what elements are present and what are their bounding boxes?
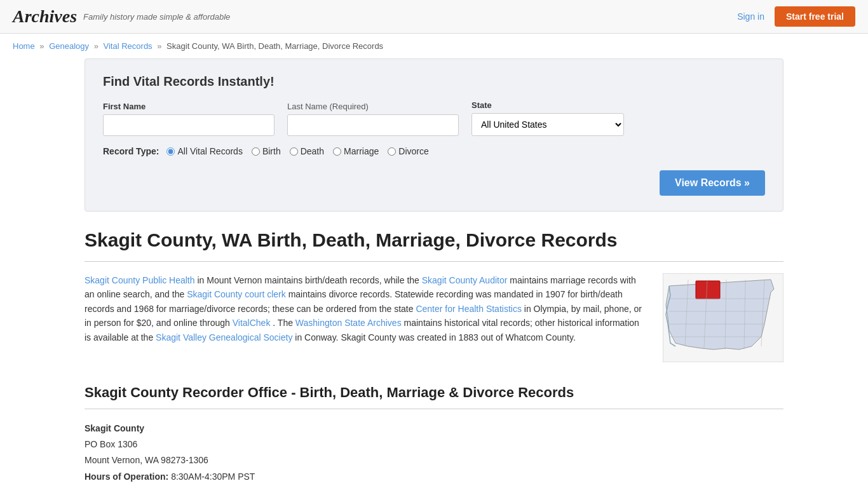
header-left: Archives Family history made simple & af… bbox=[13, 6, 230, 27]
fields-row: First Name Last Name (Required) State Al… bbox=[103, 100, 765, 136]
radio-marriage[interactable]: Marriage bbox=[333, 146, 379, 156]
office-website: Website bbox=[85, 485, 783, 488]
radio-birth[interactable]: Birth bbox=[252, 146, 281, 156]
title-divider bbox=[85, 261, 783, 262]
breadcrumb-sep3: » bbox=[157, 41, 161, 51]
sign-in-link[interactable]: Sign in bbox=[737, 11, 764, 22]
radio-death[interactable]: Death bbox=[290, 146, 324, 156]
view-records-button[interactable]: View Records » bbox=[660, 170, 765, 196]
map-container bbox=[663, 273, 783, 364]
link-auditor[interactable]: Skagit County Auditor bbox=[422, 275, 508, 285]
breadcrumb-home[interactable]: Home bbox=[13, 41, 35, 51]
office-address2: Mount Vernon, WA 98273-1306 bbox=[85, 452, 783, 468]
recorder-title: Skagit County Recorder Office - Birth, D… bbox=[85, 384, 783, 401]
office-hours: Hours of Operation: 8:30AM-4:30PM PST bbox=[85, 469, 783, 485]
state-group: State All United States bbox=[471, 100, 624, 136]
first-name-input[interactable] bbox=[103, 114, 275, 136]
link-public-health[interactable]: Skagit County Public Health bbox=[85, 275, 195, 285]
link-genealogical-society[interactable]: Skagit Valley Genealogical Society bbox=[156, 332, 292, 342]
radio-birth-input[interactable] bbox=[252, 147, 260, 156]
link-wa-archives[interactable]: Washington State Archives bbox=[295, 318, 402, 328]
office-info: Skagit County PO Box 1306 Mount Vernon, … bbox=[85, 421, 783, 488]
breadcrumb-vital-records[interactable]: Vital Records bbox=[104, 41, 153, 51]
last-name-label: Last Name (Required) bbox=[287, 102, 459, 111]
link-court-clerk[interactable]: Skagit County court clerk bbox=[187, 289, 286, 299]
breadcrumb-sep2: » bbox=[94, 41, 98, 51]
archives-logo: Archives bbox=[13, 6, 77, 27]
radio-divorce-input[interactable] bbox=[388, 147, 396, 156]
tagline: Family history made simple & affordable bbox=[83, 12, 230, 22]
content-paragraph: Skagit County Public Health in Mount Ver… bbox=[85, 273, 648, 344]
radio-divorce[interactable]: Divorce bbox=[388, 146, 428, 156]
record-type-label: Record Type: bbox=[103, 146, 159, 156]
breadcrumb: Home » Genealogy » Vital Records » Skagi… bbox=[0, 34, 868, 58]
link-health-statistics[interactable]: Center for Health Statistics bbox=[416, 304, 522, 314]
breadcrumb-genealogy[interactable]: Genealogy bbox=[49, 41, 89, 51]
state-label: State bbox=[471, 100, 624, 110]
header-right: Sign in Start free trial bbox=[737, 6, 855, 27]
state-select[interactable]: All United States bbox=[471, 113, 624, 136]
link-vitalchek[interactable]: VitalChek bbox=[233, 318, 271, 328]
breadcrumb-current: Skagit County, WA Birth, Death, Marriage… bbox=[166, 41, 383, 51]
record-type-row: Record Type: All Vital Records Birth Dea… bbox=[103, 146, 765, 156]
start-trial-button[interactable]: Start free trial bbox=[775, 6, 855, 27]
content-text: Skagit County Public Health in Mount Ver… bbox=[85, 273, 648, 364]
wa-state-map bbox=[663, 273, 783, 362]
recorder-section: Skagit County Recorder Office - Birth, D… bbox=[85, 384, 783, 488]
last-name-group: Last Name (Required) bbox=[287, 102, 459, 136]
breadcrumb-sep1: » bbox=[39, 41, 44, 51]
radio-marriage-input[interactable] bbox=[333, 147, 341, 156]
office-name: Skagit County bbox=[85, 421, 783, 437]
first-name-group: First Name bbox=[103, 102, 275, 136]
last-name-input[interactable] bbox=[287, 114, 459, 136]
page-title: Skagit County, WA Birth, Death, Marriage… bbox=[85, 229, 783, 251]
radio-death-input[interactable] bbox=[290, 147, 298, 156]
radio-all-vital[interactable]: All Vital Records bbox=[166, 146, 242, 156]
radio-all-vital-input[interactable] bbox=[166, 147, 175, 156]
recorder-divider bbox=[85, 409, 783, 409]
search-title: Find Vital Records Instantly! bbox=[103, 74, 765, 89]
content-area: Skagit County Public Health in Mount Ver… bbox=[85, 273, 783, 364]
svg-rect-2 bbox=[696, 281, 720, 299]
office-address1: PO Box 1306 bbox=[85, 437, 783, 452]
search-box: Find Vital Records Instantly! First Name… bbox=[85, 58, 783, 212]
first-name-label: First Name bbox=[103, 102, 275, 111]
btn-row: View Records » bbox=[103, 164, 765, 196]
